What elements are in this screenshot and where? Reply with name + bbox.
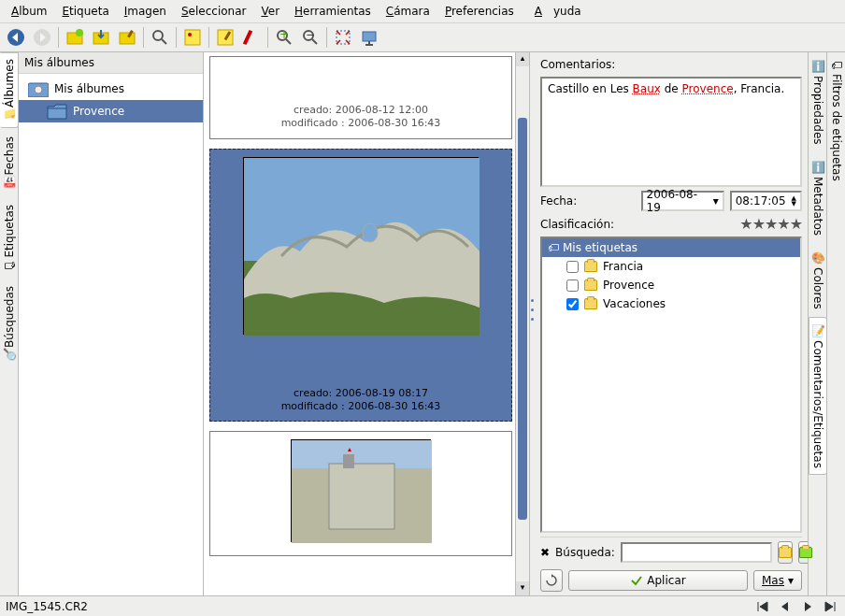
tab-comments-tags[interactable]: 📝Comentarios/Etiquetas [809,317,827,475]
next-button[interactable] [798,598,817,615]
tree-item-provence[interactable]: Provence [19,100,203,122]
scroll-up-button[interactable]: ▴ [516,52,529,66]
tag-checkbox[interactable] [566,261,579,273]
menu-ver[interactable]: Ver [255,3,285,20]
tree-root[interactable]: Mis álbumes [19,78,203,100]
status-filename: IMG_1545.CR2 [6,600,88,613]
tag-folder-icon [799,547,812,558]
new-album-button[interactable] [63,25,87,50]
menu-ayuda[interactable]: Ayuda [523,3,593,20]
scroll-thumb[interactable] [518,118,527,520]
toolbar-separator [176,27,177,48]
view-image-button[interactable] [180,25,205,50]
album-tree: Mis álbumes Provence [19,74,203,126]
svg-rect-32 [343,454,354,468]
tag-label: Vacaciones [603,297,666,310]
comments-label: Comentarios: [540,56,802,73]
tab-metadata[interactable]: ℹ️Metadatos [809,153,827,242]
folder-icon: 📁 [4,110,15,122]
toolbar-separator [208,27,209,48]
time-spinner[interactable]: ▲▼ [792,195,796,207]
search-icon: 🔍 [4,351,15,362]
rating-stars[interactable]: ★★★★★ [739,215,802,233]
zoom-out-button[interactable]: − [298,25,322,50]
svg-point-28 [363,223,378,242]
comments-textarea[interactable]: Castillo en Les Baux de Provence, Franci… [540,77,802,187]
tag-root-icon: 🏷 [548,241,559,254]
tag-folder-icon [584,279,597,291]
date-input[interactable]: 2006-08-19▾ [641,191,724,211]
prev-button[interactable] [776,598,795,615]
tag-label: Francia [603,260,643,273]
tag-item[interactable]: Vacaciones [542,294,800,313]
albums-root-icon [28,80,49,97]
tab-tag-filters[interactable]: 🏷Filtros de etiquetas [827,52,846,188]
menu-herramientas[interactable]: Herramientas [289,3,377,20]
clear-search-icon[interactable]: ✖ [540,546,550,559]
tab-dates[interactable]: 📅Fechas [0,130,19,195]
thumbnail-card-selected[interactable]: creado: 2006-08-19 08:17 modificado : 20… [209,149,512,423]
zoom-in-button[interactable]: + [272,25,296,50]
menu-imagen[interactable]: Imagen [119,3,172,20]
check-icon [630,574,643,587]
right-sidebar-tabs-a: ℹ️Propiedades ℹ️Metadatos 🎨Colores 📝Come… [808,52,826,595]
assigned-tags-button[interactable] [778,541,793,564]
thumbnail-card[interactable]: creado: 2006-08-12 12:00 modificado : 20… [209,56,512,139]
menu-seleccionar[interactable]: Seleccionar [176,3,252,20]
toolbar-separator [58,27,59,48]
more-button[interactable]: Mas▾ [753,570,802,591]
tag-item[interactable]: Francia [542,257,800,276]
tag-item[interactable]: Provence [542,276,800,294]
svg-point-25 [35,86,42,93]
thumbnail-image [291,439,431,542]
menu-preferencias[interactable]: Preferencias [439,3,520,20]
tag-label: Provence [603,279,654,292]
menu-camara[interactable]: Cámara [380,3,436,20]
apply-button[interactable]: Aplicar [568,570,748,591]
back-button[interactable] [4,25,28,50]
info-icon: ℹ️ [811,59,824,73]
note-icon: 📝 [811,323,824,337]
first-button[interactable] [753,598,772,615]
thumbnail-card[interactable] [209,431,512,556]
thumb-modified: modificado : 2006-08-30 16:43 [210,400,511,413]
fullscreen-button[interactable] [331,25,355,50]
chevron-down-icon[interactable]: ▾ [713,194,719,208]
svg-line-8 [162,39,166,44]
menu-album[interactable]: Album [6,3,52,20]
svg-text:−: − [306,28,315,41]
scrollbar[interactable]: ▴ ▾ [515,52,529,595]
thumbnail-image [243,157,479,335]
nav-arrows [753,598,839,615]
search-input[interactable] [621,542,772,563]
toolbar-separator [326,27,327,48]
tab-tags[interactable]: 🏷Etiquetas [0,198,19,279]
menu-etiqueta[interactable]: Etiqueta [56,3,114,20]
tag-checkbox[interactable] [566,279,579,292]
album-tree-panel: Mis álbumes Mis álbumes Provence [19,52,204,595]
svg-rect-21 [363,32,376,41]
last-button[interactable] [821,598,839,615]
thumbnail-view: creado: 2006-08-12 12:00 modificado : 20… [204,52,530,595]
slideshow-button[interactable] [357,25,381,50]
red-eye-button[interactable] [239,25,264,50]
scroll-down-button[interactable]: ▾ [516,581,529,595]
edit-image-button[interactable] [213,25,237,50]
edit-album-button[interactable] [115,25,139,50]
search-button[interactable] [148,25,172,50]
tab-properties[interactable]: ℹ️Propiedades [809,52,827,151]
menubar: Album Etiqueta Imagen Seleccionar Ver He… [0,0,845,23]
svg-rect-5 [120,33,135,44]
tags-root[interactable]: 🏷 Mis etiquetas [542,238,800,257]
tag-checkbox[interactable] [566,298,579,310]
properties-panel: Comentarios: Castillo en Les Baux de Pro… [535,52,808,595]
tab-albums[interactable]: 📁Álbumes [0,52,19,128]
forward-button[interactable] [30,25,54,50]
import-button[interactable] [89,25,113,50]
refresh-button[interactable] [540,569,563,592]
tab-searches[interactable]: 🔍Búsquedas [0,279,19,368]
tag-folder-icon [584,298,597,309]
tab-colors[interactable]: 🎨Colores [809,244,827,316]
rating-label: Clasificación: [540,218,734,231]
time-input[interactable]: 08:17:05▲▼ [730,191,802,211]
